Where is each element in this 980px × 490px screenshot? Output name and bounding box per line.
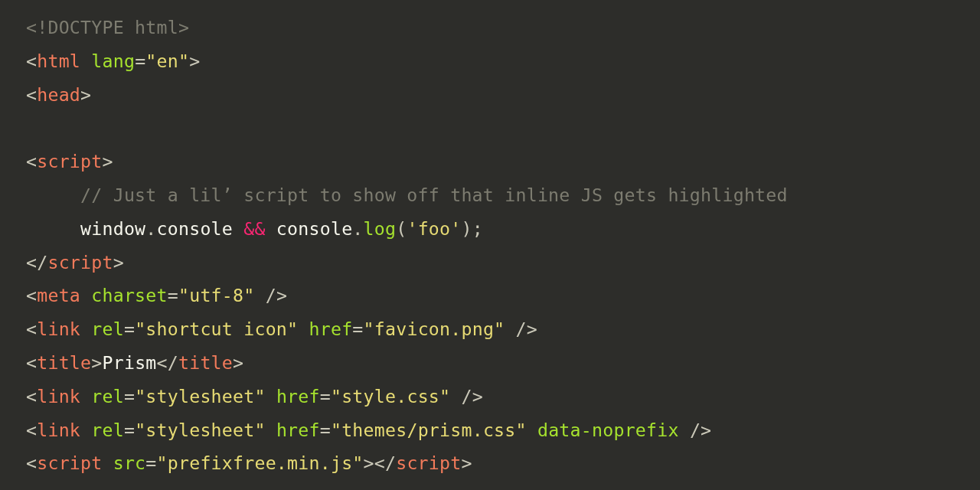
- code-token: [80, 386, 91, 407]
- code-token: script: [37, 151, 102, 172]
- code-token: lang: [91, 51, 135, 71]
- code-line: <meta charset="utf-8" />: [26, 285, 287, 305]
- code-token: "favicon.png": [364, 318, 505, 339]
- code-token: =: [320, 420, 331, 440]
- code-token: =: [145, 452, 156, 473]
- code-token: <: [26, 318, 37, 339]
- code-token: =: [124, 420, 135, 440]
- code-token: script: [37, 452, 102, 473]
- code-token: script: [396, 452, 461, 473]
- code-line: </script>: [26, 252, 124, 273]
- code-token: &&: [243, 218, 265, 239]
- code-token: [266, 386, 276, 407]
- code-token: head: [37, 84, 80, 105]
- code-token: =: [124, 318, 135, 339]
- code-token: />: [505, 318, 537, 339]
- code-token: [102, 452, 113, 473]
- code-token: ></: [364, 452, 397, 473]
- code-token: =: [320, 386, 331, 407]
- code-token: [298, 318, 309, 339]
- code-token: rel: [91, 318, 124, 339]
- code-token: Prism: [103, 352, 157, 373]
- code-token: [527, 420, 537, 440]
- code-token: );: [461, 218, 482, 239]
- code-token: "style.css": [331, 386, 450, 407]
- code-token: "stylesheet": [135, 386, 266, 407]
- code-line: <title>Prism</title>: [26, 352, 243, 373]
- code-token: >: [91, 352, 102, 373]
- code-token: =: [352, 318, 363, 339]
- code-token: >: [461, 452, 472, 473]
- code-token: <: [26, 285, 37, 305]
- code-token: title: [37, 352, 91, 373]
- code-token: [80, 285, 91, 305]
- code-token: console: [266, 218, 353, 239]
- code-token: >: [233, 352, 243, 373]
- code-line: <head>: [26, 84, 91, 105]
- code-token: <: [26, 84, 37, 105]
- code-token: script: [47, 252, 113, 273]
- code-line: <script>: [26, 151, 113, 172]
- code-line: <script src="prefixfree.min.js"></script…: [26, 452, 472, 473]
- code-token: [266, 420, 276, 440]
- code-token: "themes/prism.css": [331, 420, 527, 440]
- code-token: <: [26, 352, 37, 373]
- code-token: =: [168, 285, 178, 305]
- code-token: .: [352, 218, 363, 239]
- code-line: // Just a lil’ script to show off that i…: [26, 185, 788, 205]
- code-token: />: [254, 285, 287, 305]
- code-token: data-noprefix: [537, 420, 679, 440]
- code-token: >: [189, 51, 200, 71]
- code-token: =: [124, 386, 135, 407]
- code-token: <: [26, 452, 37, 473]
- code-token: =: [135, 51, 145, 71]
- code-token: meta: [37, 285, 80, 305]
- code-token: "prefixfree.min.js": [157, 452, 364, 473]
- code-token: <!DOCTYPE html>: [26, 17, 189, 38]
- code-token: />: [679, 420, 712, 440]
- code-token: "stylesheet": [135, 420, 266, 440]
- code-line: <html lang="en">: [26, 51, 200, 71]
- code-token: href: [309, 318, 353, 339]
- code-token: log: [364, 218, 397, 239]
- code-token: </: [26, 252, 47, 273]
- code-token: rel: [91, 386, 124, 407]
- code-token: link: [37, 420, 80, 440]
- code-token: />: [450, 386, 483, 407]
- code-token: 'foo': [407, 218, 461, 239]
- code-token: <: [26, 386, 37, 407]
- code-token: title: [178, 352, 233, 373]
- code-token: "utf-8": [178, 285, 254, 305]
- code-token: [26, 218, 80, 239]
- code-token: html: [37, 51, 80, 71]
- code-line: <link rel="stylesheet" href="style.css" …: [26, 386, 483, 407]
- code-token: link: [37, 318, 80, 339]
- code-token: "shortcut icon": [135, 318, 298, 339]
- code-token: [26, 185, 80, 205]
- code-token: src: [113, 452, 146, 473]
- code-token: // Just a lil’ script to show off that i…: [80, 185, 788, 205]
- code-token: href: [276, 420, 320, 440]
- code-token: <: [26, 51, 37, 71]
- code-token: <: [26, 420, 37, 440]
- code-token: >: [113, 252, 124, 273]
- code-token: "en": [145, 51, 189, 71]
- code-token: [80, 420, 91, 440]
- code-token: window: [80, 218, 145, 239]
- code-token: </: [157, 352, 178, 373]
- code-token: [80, 51, 91, 71]
- code-token: >: [80, 84, 91, 105]
- code-token: href: [276, 386, 320, 407]
- code-snippet: <!DOCTYPE html> <html lang="en"> <head> …: [0, 0, 980, 480]
- code-token: rel: [91, 420, 124, 440]
- code-token: <: [26, 151, 37, 172]
- code-token: [80, 318, 91, 339]
- code-line: window.console && console.log('foo');: [26, 218, 483, 239]
- code-line: <link rel="shortcut icon" href="favicon.…: [26, 318, 537, 339]
- code-token: charset: [91, 285, 167, 305]
- code-token: >: [102, 151, 113, 172]
- code-token: link: [37, 386, 80, 407]
- code-line: <link rel="stylesheet" href="themes/pris…: [26, 420, 711, 440]
- code-token: console: [157, 218, 244, 239]
- code-token: .: [145, 218, 156, 239]
